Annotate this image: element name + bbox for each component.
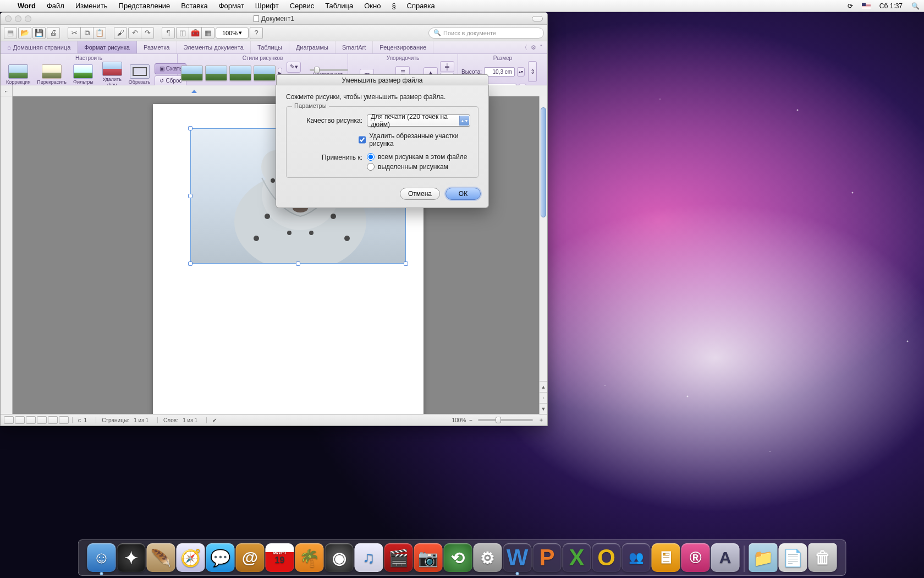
quality-select[interactable]: Для печати (220 точек на дюйм) ▲▼ [367,114,470,127]
dock-finder[interactable]: ☺ [87,543,116,572]
menu-edit[interactable]: Изменить [70,0,113,12]
redo-button[interactable]: ↷ [141,27,154,39]
dock-safari[interactable]: 🧭 [177,543,205,572]
titlebar[interactable]: Документ1 [1,13,547,25]
print-button[interactable]: 🖨 [47,27,60,39]
toolbox-button[interactable]: 🧰 [189,27,202,39]
menu-view[interactable]: Представление [113,0,176,12]
cancel-button[interactable]: Отмена [400,188,440,200]
border-button[interactable]: ✎▾ [287,62,301,73]
corrections-button[interactable]: Коррекция [4,64,32,85]
paste-button[interactable]: 📋 [93,27,106,39]
menubar-clock[interactable]: Сб 1:37 [875,2,907,10]
apply-selected-radio-input[interactable] [367,163,375,171]
apply-all-radio-input[interactable] [367,153,375,161]
menu-window[interactable]: Окно [359,0,386,12]
dock-communicator[interactable]: ® [681,543,710,572]
browse-object-button[interactable]: ◦ [540,392,547,403]
status-pages[interactable]: Страницы: 1 из 1 [96,417,154,423]
menu-font[interactable]: Шрифт [250,0,284,12]
view-print-button[interactable] [37,416,47,424]
dock-appstore[interactable]: A [711,543,740,572]
delete-cropped-checkbox-input[interactable] [359,136,366,144]
recolor-button[interactable]: Перекрасить [35,64,69,85]
format-painter-button[interactable]: 🖌 [114,27,127,39]
dock-photobooth[interactable]: 📷 [414,543,443,572]
status-spellcheck[interactable]: ✔ [206,417,222,423]
gallery-button[interactable]: ▦ [201,27,215,39]
new-doc-button[interactable]: ▤ [4,27,17,39]
tab-picture-format[interactable]: Формат рисунка [78,41,137,53]
resize-handle-l[interactable] [188,194,193,198]
status-words[interactable]: Слов: 1 из 1 [157,417,203,423]
undo-button[interactable]: ↶ [128,27,141,39]
dock-documents-stack[interactable]: 📁 [749,543,778,572]
next-page-button[interactable]: ▼ [540,403,547,414]
copy-button[interactable]: ⧉ [80,27,94,39]
open-button[interactable]: 📂 [18,27,31,39]
zoom-slider[interactable] [478,419,533,421]
dock-frontrow[interactable]: 🎬 [384,543,413,572]
menu-help[interactable]: Справка [402,0,441,12]
dock-messenger[interactable]: 👥 [622,543,651,572]
delete-cropped-checkbox[interactable]: Удалить обрезанные участки рисунка [359,132,470,148]
dock-reader[interactable]: 🪶 [147,543,175,572]
help-button[interactable]: ? [250,27,263,39]
menu-format[interactable]: Формат [213,0,250,12]
lock-aspect-button[interactable]: ⇕ [528,61,537,82]
dock-itunes[interactable]: ♫ [355,543,383,572]
tab-review[interactable]: Рецензирование [373,41,433,53]
dock-trash[interactable]: 🗑 [809,543,837,572]
picture-styles-gallery[interactable] [181,66,276,81]
toolbar-toggle-pill[interactable] [532,16,543,21]
tab-doc-elements[interactable]: Элементы документа [177,41,251,53]
dock-addressbook[interactable]: @ [236,543,265,572]
search-field[interactable]: 🔍Поиск в документе [428,28,544,39]
app-menu[interactable]: Word [12,0,41,12]
menu-script[interactable]: § [386,0,401,12]
dock-outlook[interactable]: O [592,543,621,572]
cut-button[interactable]: ✂ [68,27,81,39]
menu-insert[interactable]: Вставка [175,0,213,12]
crop-button[interactable]: Обрезать [127,64,153,85]
dock-excel[interactable]: X [563,543,591,572]
sidebar-button[interactable]: ◫ [176,27,189,39]
dock-dvdplayer[interactable]: ◉ [325,543,354,572]
tab-tables[interactable]: Таблицы [251,41,289,53]
tab-smartart[interactable]: SmartArt [336,41,373,53]
prev-page-button[interactable]: ▲ [540,381,547,392]
dock-word[interactable]: W [503,543,532,572]
resize-handle-br[interactable] [404,261,408,266]
input-source-flag[interactable] [857,3,875,9]
save-button[interactable]: 💾 [32,27,46,39]
apply-all-radio[interactable]: всем рисункам в этом файле [367,153,467,161]
resize-handle-bl[interactable] [188,261,193,266]
tab-layout[interactable]: Разметка [137,41,177,53]
menu-file[interactable]: Файл [41,0,70,12]
dock-downloads-stack[interactable]: 📄 [779,543,807,572]
time-machine-icon[interactable]: ⟳ [843,2,857,10]
remove-bg-button[interactable]: Удалить фон [100,61,124,88]
dock-powerpoint[interactable]: P [533,543,562,572]
height-stepper[interactable]: ▴▾ [517,67,525,77]
close-button[interactable] [5,15,12,22]
ribbon-up-icon[interactable]: ˄ [540,44,543,51]
dock-dashboard[interactable]: ✦ [117,543,146,572]
align-button[interactable]: ╪ [440,61,454,72]
view-publish-button[interactable] [26,416,36,424]
dock-remotedesktop[interactable]: 🖥 [652,543,680,572]
dock-timemachine[interactable]: ⟲ [444,543,472,572]
zoom-combo[interactable]: 100% ▾ [216,28,249,39]
resize-handle-b[interactable] [296,261,300,266]
apply-selected-radio[interactable]: выделенным рисункам [367,163,467,171]
dock-ical[interactable]: МАРТ19 [266,543,294,572]
dock-sysprefs[interactable]: ⚙ [474,543,502,572]
dock-ichat[interactable]: 💬 [206,543,235,572]
vertical-ruler[interactable] [1,96,13,414]
ok-button[interactable]: ОК [446,188,481,200]
menu-table[interactable]: Таблица [320,0,359,12]
height-field[interactable]: 10,3 cm [484,67,515,77]
zoom-out-button[interactable]: − [469,417,472,423]
ribbon-gear-icon[interactable]: ⚙ [531,44,536,51]
spotlight-icon[interactable]: 🔍 [907,2,924,10]
